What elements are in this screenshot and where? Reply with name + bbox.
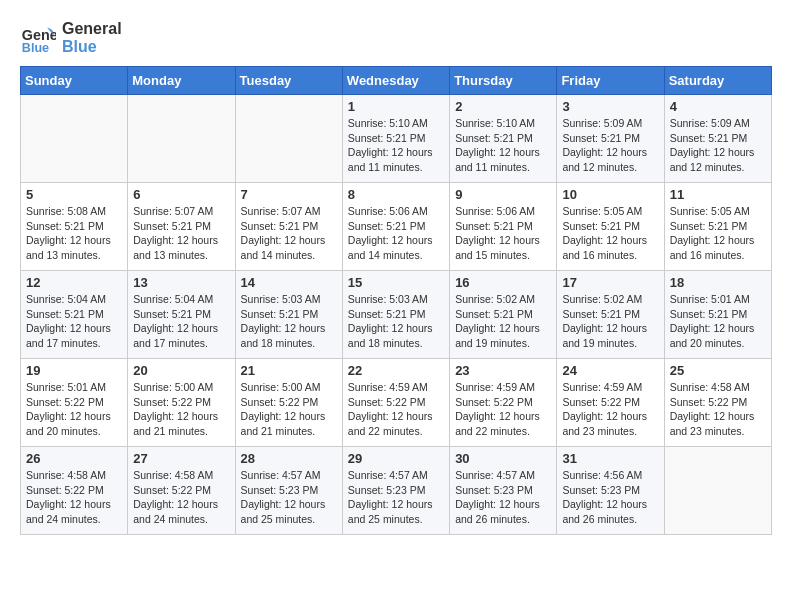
day-number: 8: [348, 187, 444, 202]
day-info: Sunrise: 4:59 AM Sunset: 5:22 PM Dayligh…: [348, 380, 444, 439]
day-info: Sunrise: 4:59 AM Sunset: 5:22 PM Dayligh…: [455, 380, 551, 439]
calendar-cell: 11Sunrise: 5:05 AM Sunset: 5:21 PM Dayli…: [664, 183, 771, 271]
svg-text:General: General: [22, 27, 56, 43]
calendar-header-row: SundayMondayTuesdayWednesdayThursdayFrid…: [21, 67, 772, 95]
day-info: Sunrise: 5:02 AM Sunset: 5:21 PM Dayligh…: [455, 292, 551, 351]
calendar-cell: 23Sunrise: 4:59 AM Sunset: 5:22 PM Dayli…: [450, 359, 557, 447]
day-number: 24: [562, 363, 658, 378]
day-info: Sunrise: 5:09 AM Sunset: 5:21 PM Dayligh…: [670, 116, 766, 175]
week-row-3: 12Sunrise: 5:04 AM Sunset: 5:21 PM Dayli…: [21, 271, 772, 359]
day-number: 31: [562, 451, 658, 466]
calendar-cell: [235, 95, 342, 183]
day-info: Sunrise: 5:10 AM Sunset: 5:21 PM Dayligh…: [348, 116, 444, 175]
day-number: 9: [455, 187, 551, 202]
day-info: Sunrise: 5:09 AM Sunset: 5:21 PM Dayligh…: [562, 116, 658, 175]
day-number: 7: [241, 187, 337, 202]
day-number: 20: [133, 363, 229, 378]
calendar-cell: 17Sunrise: 5:02 AM Sunset: 5:21 PM Dayli…: [557, 271, 664, 359]
day-number: 3: [562, 99, 658, 114]
calendar-cell: [128, 95, 235, 183]
calendar-cell: 10Sunrise: 5:05 AM Sunset: 5:21 PM Dayli…: [557, 183, 664, 271]
day-number: 17: [562, 275, 658, 290]
page-header: General Blue General Blue: [20, 20, 772, 56]
calendar-cell: 30Sunrise: 4:57 AM Sunset: 5:23 PM Dayli…: [450, 447, 557, 535]
calendar-cell: 15Sunrise: 5:03 AM Sunset: 5:21 PM Dayli…: [342, 271, 449, 359]
day-info: Sunrise: 5:06 AM Sunset: 5:21 PM Dayligh…: [455, 204, 551, 263]
day-number: 30: [455, 451, 551, 466]
calendar-cell: 19Sunrise: 5:01 AM Sunset: 5:22 PM Dayli…: [21, 359, 128, 447]
week-row-5: 26Sunrise: 4:58 AM Sunset: 5:22 PM Dayli…: [21, 447, 772, 535]
day-number: 1: [348, 99, 444, 114]
day-number: 29: [348, 451, 444, 466]
header-wednesday: Wednesday: [342, 67, 449, 95]
logo-icon: General Blue: [20, 20, 56, 56]
calendar-cell: 31Sunrise: 4:56 AM Sunset: 5:23 PM Dayli…: [557, 447, 664, 535]
day-number: 13: [133, 275, 229, 290]
day-number: 14: [241, 275, 337, 290]
day-info: Sunrise: 4:56 AM Sunset: 5:23 PM Dayligh…: [562, 468, 658, 527]
day-info: Sunrise: 5:06 AM Sunset: 5:21 PM Dayligh…: [348, 204, 444, 263]
calendar-cell: 8Sunrise: 5:06 AM Sunset: 5:21 PM Daylig…: [342, 183, 449, 271]
calendar-cell: 28Sunrise: 4:57 AM Sunset: 5:23 PM Dayli…: [235, 447, 342, 535]
calendar-cell: 29Sunrise: 4:57 AM Sunset: 5:23 PM Dayli…: [342, 447, 449, 535]
header-tuesday: Tuesday: [235, 67, 342, 95]
header-friday: Friday: [557, 67, 664, 95]
calendar-cell: 7Sunrise: 5:07 AM Sunset: 5:21 PM Daylig…: [235, 183, 342, 271]
day-info: Sunrise: 5:02 AM Sunset: 5:21 PM Dayligh…: [562, 292, 658, 351]
header-saturday: Saturday: [664, 67, 771, 95]
day-info: Sunrise: 5:04 AM Sunset: 5:21 PM Dayligh…: [26, 292, 122, 351]
calendar-cell: 5Sunrise: 5:08 AM Sunset: 5:21 PM Daylig…: [21, 183, 128, 271]
day-number: 27: [133, 451, 229, 466]
day-number: 11: [670, 187, 766, 202]
calendar-cell: 4Sunrise: 5:09 AM Sunset: 5:21 PM Daylig…: [664, 95, 771, 183]
day-info: Sunrise: 4:57 AM Sunset: 5:23 PM Dayligh…: [241, 468, 337, 527]
calendar-cell: 1Sunrise: 5:10 AM Sunset: 5:21 PM Daylig…: [342, 95, 449, 183]
day-info: Sunrise: 5:08 AM Sunset: 5:21 PM Dayligh…: [26, 204, 122, 263]
day-number: 21: [241, 363, 337, 378]
day-number: 28: [241, 451, 337, 466]
calendar-cell: 22Sunrise: 4:59 AM Sunset: 5:22 PM Dayli…: [342, 359, 449, 447]
calendar-cell: [21, 95, 128, 183]
day-info: Sunrise: 5:03 AM Sunset: 5:21 PM Dayligh…: [241, 292, 337, 351]
day-number: 10: [562, 187, 658, 202]
header-thursday: Thursday: [450, 67, 557, 95]
logo-general: General: [62, 20, 122, 38]
calendar-cell: 20Sunrise: 5:00 AM Sunset: 5:22 PM Dayli…: [128, 359, 235, 447]
day-number: 5: [26, 187, 122, 202]
calendar-cell: 13Sunrise: 5:04 AM Sunset: 5:21 PM Dayli…: [128, 271, 235, 359]
day-info: Sunrise: 4:58 AM Sunset: 5:22 PM Dayligh…: [26, 468, 122, 527]
day-info: Sunrise: 4:57 AM Sunset: 5:23 PM Dayligh…: [348, 468, 444, 527]
calendar-cell: 21Sunrise: 5:00 AM Sunset: 5:22 PM Dayli…: [235, 359, 342, 447]
day-number: 19: [26, 363, 122, 378]
header-sunday: Sunday: [21, 67, 128, 95]
calendar-cell: 9Sunrise: 5:06 AM Sunset: 5:21 PM Daylig…: [450, 183, 557, 271]
calendar-cell: 26Sunrise: 4:58 AM Sunset: 5:22 PM Dayli…: [21, 447, 128, 535]
calendar-cell: 14Sunrise: 5:03 AM Sunset: 5:21 PM Dayli…: [235, 271, 342, 359]
day-info: Sunrise: 5:01 AM Sunset: 5:22 PM Dayligh…: [26, 380, 122, 439]
header-monday: Monday: [128, 67, 235, 95]
calendar-cell: 12Sunrise: 5:04 AM Sunset: 5:21 PM Dayli…: [21, 271, 128, 359]
day-info: Sunrise: 5:03 AM Sunset: 5:21 PM Dayligh…: [348, 292, 444, 351]
day-info: Sunrise: 5:00 AM Sunset: 5:22 PM Dayligh…: [133, 380, 229, 439]
day-info: Sunrise: 5:05 AM Sunset: 5:21 PM Dayligh…: [670, 204, 766, 263]
day-number: 23: [455, 363, 551, 378]
day-number: 26: [26, 451, 122, 466]
day-number: 15: [348, 275, 444, 290]
calendar-cell: 6Sunrise: 5:07 AM Sunset: 5:21 PM Daylig…: [128, 183, 235, 271]
day-info: Sunrise: 5:04 AM Sunset: 5:21 PM Dayligh…: [133, 292, 229, 351]
day-number: 16: [455, 275, 551, 290]
logo-blue: Blue: [62, 38, 122, 56]
day-info: Sunrise: 4:59 AM Sunset: 5:22 PM Dayligh…: [562, 380, 658, 439]
calendar-cell: [664, 447, 771, 535]
logo: General Blue General Blue: [20, 20, 122, 56]
day-number: 4: [670, 99, 766, 114]
day-number: 22: [348, 363, 444, 378]
day-info: Sunrise: 4:58 AM Sunset: 5:22 PM Dayligh…: [670, 380, 766, 439]
day-info: Sunrise: 5:01 AM Sunset: 5:21 PM Dayligh…: [670, 292, 766, 351]
calendar-cell: 24Sunrise: 4:59 AM Sunset: 5:22 PM Dayli…: [557, 359, 664, 447]
day-info: Sunrise: 5:07 AM Sunset: 5:21 PM Dayligh…: [133, 204, 229, 263]
week-row-4: 19Sunrise: 5:01 AM Sunset: 5:22 PM Dayli…: [21, 359, 772, 447]
day-info: Sunrise: 5:05 AM Sunset: 5:21 PM Dayligh…: [562, 204, 658, 263]
calendar-cell: 25Sunrise: 4:58 AM Sunset: 5:22 PM Dayli…: [664, 359, 771, 447]
svg-text:Blue: Blue: [22, 41, 49, 55]
